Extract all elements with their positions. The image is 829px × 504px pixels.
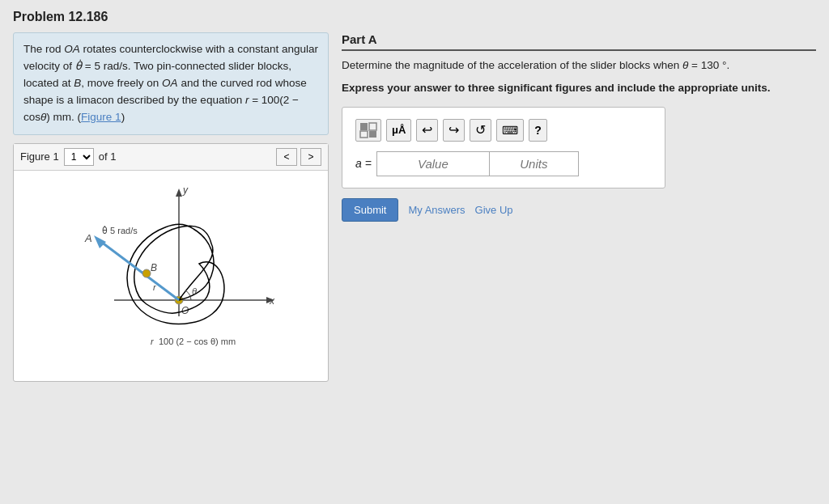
answer-box: μÅ ↩ ↪ ↺ ⌨ ? a = <box>342 107 665 188</box>
figure-nav: < > <box>276 148 321 166</box>
instruction-text: Express your answer to three significant… <box>342 80 816 96</box>
undo-btn[interactable]: ↩ <box>416 119 438 142</box>
svg-point-11 <box>142 269 151 277</box>
svg-marker-2 <box>176 188 182 197</box>
svg-marker-9 <box>94 235 106 248</box>
figure-label: Figure 1 <box>20 150 59 163</box>
figure-prev-btn[interactable]: < <box>276 148 297 166</box>
svg-text:θ: θ <box>192 286 197 296</box>
svg-text:θ̇ 5 rad/s: θ̇ 5 rad/s <box>102 226 138 235</box>
refresh-btn[interactable]: ↺ <box>470 119 491 142</box>
right-panel: Part A Determine the magnitude of the ac… <box>342 32 816 222</box>
figure-header: Figure 1 1 of 1 < > <box>14 144 328 171</box>
my-answers-link[interactable]: My Answers <box>408 204 465 216</box>
figure-of: of 1 <box>99 150 117 163</box>
question-text: Determine the magnitude of the accelerat… <box>342 57 816 74</box>
answer-label: a = <box>355 157 372 170</box>
figure1-link[interactable]: Figure 1 <box>81 111 121 123</box>
help-btn[interactable]: ? <box>529 119 547 142</box>
input-row: a = <box>355 151 652 176</box>
svg-rect-21 <box>369 131 376 138</box>
svg-text:y: y <box>182 184 189 196</box>
svg-line-8 <box>98 239 179 300</box>
figure-select[interactable]: 1 <box>64 148 94 166</box>
figure-next-btn[interactable]: > <box>300 148 321 166</box>
svg-rect-20 <box>360 131 368 138</box>
blocks-icon-btn[interactable] <box>355 119 381 142</box>
action-row: Submit My Answers Give Up <box>342 198 816 222</box>
value-input[interactable] <box>376 151 490 176</box>
mu-btn[interactable]: μÅ <box>386 119 411 142</box>
problem-title: Problem 12.186 <box>13 10 816 24</box>
svg-rect-18 <box>360 123 368 130</box>
svg-text:100 (2 − cos θ) mm: 100 (2 − cos θ) mm <box>159 337 236 346</box>
svg-text:r: r <box>151 337 155 346</box>
svg-rect-19 <box>369 123 376 130</box>
svg-text:B: B <box>151 262 157 273</box>
figure-box: Figure 1 1 of 1 < > y <box>13 143 329 382</box>
give-up-link[interactable]: Give Up <box>475 204 513 216</box>
submit-button[interactable]: Submit <box>342 198 398 222</box>
part-title: Part A <box>342 32 816 51</box>
figure-svg: y x O <box>33 179 308 373</box>
problem-description: The rod OA rotates counterclockwise with… <box>13 32 329 135</box>
units-input[interactable] <box>490 151 579 176</box>
keyboard-btn[interactable]: ⌨ <box>496 119 524 142</box>
svg-text:A: A <box>84 232 92 244</box>
redo-btn[interactable]: ↪ <box>443 119 465 142</box>
figure-canvas: y x O <box>14 171 328 381</box>
left-panel: The rod OA rotates counterclockwise with… <box>13 32 329 382</box>
toolbar: μÅ ↩ ↪ ↺ ⌨ ? <box>355 119 652 142</box>
